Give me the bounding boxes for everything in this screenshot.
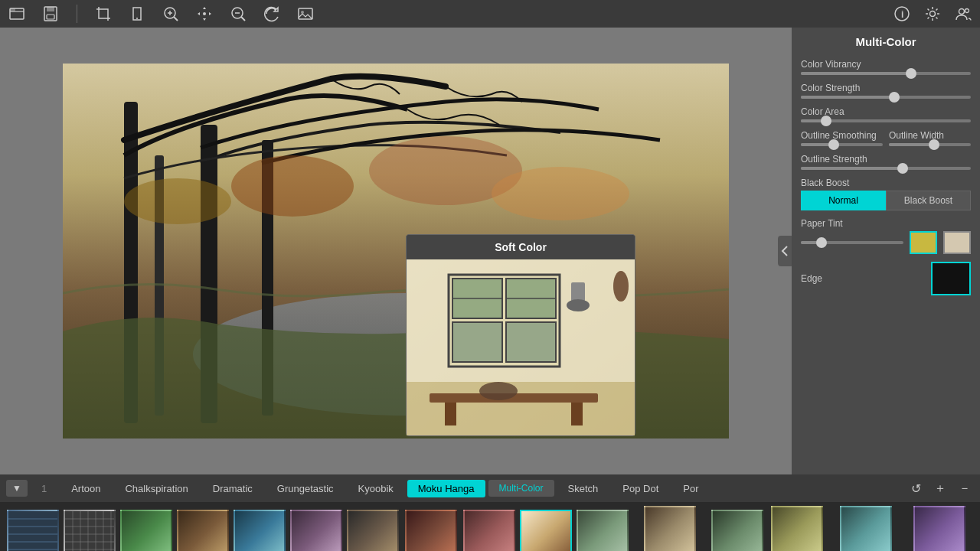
color-area-track[interactable] (801, 119, 971, 122)
outline-smoothing-thumb[interactable] (828, 139, 839, 150)
thumb-textile-2-color[interactable]: Textile - 2 Color (710, 510, 764, 551)
thumb-nature[interactable]: Nature (233, 510, 286, 552)
refresh-tab-icon[interactable]: ↺ (906, 479, 925, 497)
sub-tab-multi-color[interactable]: Multi-Color (488, 480, 554, 497)
color-vibrancy-thumb[interactable] (906, 68, 916, 79)
thumb-img-portrait (463, 510, 515, 552)
thumb-people[interactable]: People (346, 510, 400, 552)
sidebar-item-artoon[interactable]: Artoon (60, 480, 111, 497)
outline-strength-track[interactable] (801, 167, 971, 170)
remove-tab-icon[interactable]: － (956, 479, 974, 497)
thumb-landscape-2[interactable]: Landscape 2 (119, 510, 173, 552)
sidebar-item-pop-dot[interactable]: Pop Dot (612, 480, 669, 497)
paper-tint-label: Paper Tint (801, 218, 971, 229)
svg-point-19 (959, 9, 965, 15)
sidebar-item-chalkspiration[interactable]: Chalkspiration (114, 480, 198, 497)
color-vibrancy-label: Color Vibrancy (801, 59, 971, 70)
paper-tint-track[interactable] (801, 241, 903, 244)
thumb-graph-paper[interactable]: Graph Paper (63, 510, 116, 552)
color-strength-fill (801, 96, 894, 99)
color-strength-thumb[interactable] (889, 92, 900, 103)
outline-width-slider-row: Outline Width (889, 130, 971, 146)
outline-width-thumb[interactable] (929, 139, 939, 150)
crop-icon[interactable] (93, 3, 114, 24)
paper-tint-color-2[interactable] (943, 231, 971, 254)
rotate-icon[interactable] (261, 3, 283, 24)
image-icon[interactable] (295, 3, 316, 24)
phone-icon[interactable] (126, 3, 148, 24)
sidebar-item-por[interactable]: Por (672, 480, 709, 497)
top-toolbar: i (0, 0, 980, 28)
move-icon[interactable] (194, 3, 215, 24)
zoom-in-icon[interactable] (160, 3, 181, 24)
paper-tint-section: Paper Tint (801, 218, 971, 254)
sidebar-item-dramatic[interactable]: Dramatic (202, 480, 263, 497)
color-area-thumb[interactable] (821, 116, 831, 126)
thumb-thin-outline-low-color[interactable]: Thin Outline Low Color (905, 506, 974, 551)
outline-smoothing-slider-row: Outline Smoothing (801, 130, 883, 146)
thumb-fluid-detail[interactable]: Fluid Detail (6, 510, 60, 552)
svg-point-20 (965, 9, 969, 13)
popup-title: Soft Color (407, 235, 635, 259)
toolbar-right: i (891, 3, 974, 24)
bottom-tab-bar: ▼ 1 Artoon Chalkspiration Dramatic Grung… (0, 474, 980, 502)
save-icon[interactable] (40, 3, 61, 24)
color-vibrancy-track[interactable] (801, 72, 971, 75)
outline-strength-thumb[interactable] (897, 163, 908, 174)
thumb-strong-outline-soft-color[interactable]: Strong Outline Soft Color (632, 506, 708, 551)
file-open-icon[interactable] (6, 3, 28, 24)
outline-width-label: Outline Width (889, 130, 971, 141)
add-tab-icon[interactable]: ＋ (931, 479, 949, 497)
black-boost-toggle: Normal Black Boost (801, 191, 971, 210)
sidebar-item-kyoobik[interactable]: Kyoobik (348, 480, 404, 497)
panel-title: Multi-Color (801, 35, 971, 48)
thumb-img-fluid-detail (7, 510, 59, 552)
sidebar-item-sketch[interactable]: Sketch (557, 480, 609, 497)
thumb-img-people (347, 510, 399, 552)
svg-text:i: i (901, 9, 903, 20)
svg-point-18 (930, 11, 936, 17)
black-boost-label: Black Boost (801, 178, 971, 188)
black-boost-normal-btn[interactable]: Normal (801, 191, 886, 210)
svg-rect-38 (506, 322, 556, 362)
thumb-img-thin-outline-low-color (913, 506, 965, 551)
settings-icon[interactable] (922, 3, 943, 24)
sidebar-item-moku-hanga[interactable]: Moku Hanga (407, 480, 485, 497)
thumb-img-landscape (177, 510, 229, 552)
thumb-img-textile-multi-color (771, 506, 823, 551)
edge-color-swatch[interactable] (931, 262, 971, 295)
color-strength-track[interactable] (801, 96, 971, 99)
black-boost-boost-btn[interactable]: Black Boost (886, 191, 971, 210)
tab-dropdown[interactable]: ▼ (6, 480, 28, 497)
paper-tint-row (801, 231, 971, 254)
svg-rect-1 (10, 8, 15, 11)
svg-point-5 (136, 18, 138, 19)
color-vibrancy-slider-row: Color Vibrancy (801, 59, 971, 75)
outline-width-track[interactable] (889, 143, 971, 146)
info-icon[interactable]: i (891, 3, 913, 24)
paper-tint-color-1[interactable] (910, 231, 937, 254)
svg-point-27 (231, 155, 354, 217)
thumb-portrait[interactable]: Portrait (462, 510, 516, 552)
collapse-panel-button[interactable] (778, 236, 792, 266)
thumb-img-thick-outline-low-color (840, 506, 892, 551)
thumb-img-landscape-2 (120, 510, 172, 552)
thumb-landscape[interactable]: Landscape (176, 510, 230, 552)
svg-rect-48 (8, 511, 59, 552)
outline-width-fill (889, 143, 934, 146)
thumb-painting[interactable]: Painting (289, 510, 343, 552)
users-icon[interactable] (952, 3, 974, 24)
thumb-textile-multi-color[interactable]: Textile – Multi Color (767, 506, 826, 551)
svg-point-10 (203, 12, 206, 15)
thumb-strong-color[interactable]: Strong Color (576, 510, 629, 552)
thumb-soft-color[interactable]: Soft Color (519, 510, 573, 552)
thumb-thick-outline-low-color[interactable]: Thick Outline Low Color (830, 506, 902, 551)
paper-tint-thumb[interactable] (816, 237, 827, 248)
sidebar-item-grungetastic[interactable]: Grungetastic (266, 480, 345, 497)
zoom-out-icon[interactable] (227, 3, 249, 24)
black-boost-section: Black Boost Normal Black Boost (801, 178, 971, 210)
color-area-slider-row: Color Area (801, 106, 971, 122)
thumb-portrait-canvas[interactable]: Portrait - Canvas (403, 510, 459, 552)
outline-smoothing-track[interactable] (801, 143, 883, 146)
tab-number: 1 (31, 480, 57, 497)
